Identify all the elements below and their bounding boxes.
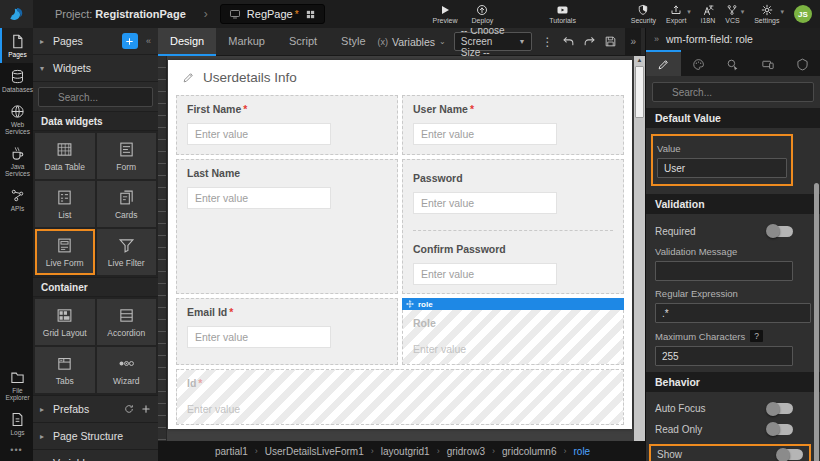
tab-events[interactable]: [716, 50, 751, 76]
password-input[interactable]: [413, 192, 557, 214]
inspector-scrollbar[interactable]: [814, 183, 819, 461]
widget-tile-grid-layout[interactable]: Grid Layout: [35, 299, 95, 345]
widget-tile-tabs[interactable]: Tabs: [35, 347, 95, 393]
last-name-input[interactable]: [187, 187, 331, 209]
field-id-hidden[interactable]: Id* Enter value: [176, 369, 624, 425]
selection-bar[interactable]: role: [402, 298, 624, 310]
inspector-search-input[interactable]: [672, 87, 808, 98]
export-button[interactable]: Export: [666, 4, 686, 24]
preview-button[interactable]: Preview: [433, 4, 458, 24]
settings-button[interactable]: Settings: [754, 4, 779, 24]
breadcrumb-layoutgrid1[interactable]: layoutgrid1: [381, 446, 430, 457]
collapse-panel-icon[interactable]: «: [146, 36, 151, 46]
widget-search-input[interactable]: [58, 92, 147, 103]
rail-item-logs[interactable]: Logs: [0, 406, 33, 441]
auto-focus-toggle[interactable]: [768, 403, 793, 414]
required-toggle[interactable]: [768, 226, 793, 237]
widgets-section-header[interactable]: ▾ Widgets: [33, 55, 158, 82]
breadcrumb-partial1[interactable]: partial1: [215, 446, 248, 457]
widget-tile-live-form[interactable]: Live Form: [35, 229, 95, 275]
field-user-name[interactable]: User Name*: [402, 95, 624, 155]
rail-item-databases[interactable]: Databases: [0, 63, 33, 98]
variables-section-header[interactable]: ▸ Variables: [33, 449, 158, 461]
plus-icon[interactable]: [141, 404, 151, 414]
variables-dropdown[interactable]: (x)Variables⌄: [378, 36, 446, 48]
widget-tile-wizard[interactable]: Wizard: [97, 347, 157, 393]
tab-security[interactable]: [785, 50, 820, 76]
pages-section-header[interactable]: ▸ Pages «: [33, 28, 158, 55]
field-confirm-password[interactable]: Confirm Password: [413, 230, 613, 293]
maximum-characters-input[interactable]: [655, 346, 793, 366]
tab-devices[interactable]: [750, 50, 785, 76]
confirm-password-input[interactable]: [413, 263, 557, 285]
read-only-toggle[interactable]: [768, 424, 793, 435]
add-page-button[interactable]: [122, 33, 138, 49]
rail-item-web-services[interactable]: Web Services: [0, 98, 33, 140]
help-icon[interactable]: ?: [750, 330, 763, 342]
security-button[interactable]: Security: [631, 4, 656, 24]
export-caret-icon[interactable]: ▾: [687, 8, 691, 16]
widget-tile-accordion[interactable]: Accordion: [97, 299, 157, 345]
pages-grid-icon[interactable]: [305, 9, 316, 20]
widget-tile-list[interactable]: List: [35, 181, 95, 227]
expand-panel-icon[interactable]: »: [625, 28, 641, 56]
validation-message-input[interactable]: [655, 261, 793, 281]
canvas-scrollbar[interactable]: ▲: [634, 56, 645, 441]
save-page-button[interactable]: [604, 35, 617, 48]
i18n-button[interactable]: i18N: [701, 4, 715, 24]
deploy-button[interactable]: Deploy: [472, 4, 494, 24]
tab-markup[interactable]: Markup: [216, 28, 277, 56]
user-name-input[interactable]: [413, 123, 557, 145]
field-first-name[interactable]: First Name*: [176, 95, 398, 155]
tab-properties[interactable]: [646, 50, 681, 76]
field-role-hidden[interactable]: Role Enter value: [402, 310, 624, 365]
vcs-button[interactable]: VCS: [725, 4, 739, 24]
value-input[interactable]: [657, 158, 787, 178]
collapse-inspector-icon[interactable]: »: [654, 34, 659, 44]
show-toggle[interactable]: [778, 449, 803, 460]
bind-icon[interactable]: [799, 225, 811, 237]
rail-item-java-services[interactable]: Java Services: [0, 140, 33, 182]
user-avatar[interactable]: JS: [794, 5, 812, 23]
vcs-caret-icon[interactable]: ▾: [741, 8, 745, 16]
wavemaker-logo[interactable]: [0, 0, 33, 28]
tutorials-button[interactable]: Tutorials: [549, 4, 576, 24]
scroll-handle[interactable]: [635, 66, 644, 118]
settings-caret-icon[interactable]: ▾: [780, 8, 784, 16]
tab-design[interactable]: Design: [158, 28, 216, 56]
page-structure-section-header[interactable]: ▸ Page Structure: [33, 422, 158, 449]
screen-size-select[interactable]: -- Choose Screen Size --▼: [454, 32, 533, 51]
breadcrumb-gridrow3[interactable]: gridrow3: [447, 446, 485, 457]
undo-button[interactable]: [562, 35, 575, 48]
field-password[interactable]: Password: [413, 160, 613, 218]
tab-script[interactable]: Script: [277, 28, 329, 56]
redo-button[interactable]: [583, 35, 596, 48]
bind-icon[interactable]: [799, 170, 811, 182]
bind-icon[interactable]: [799, 423, 811, 435]
refresh-icon[interactable]: [124, 404, 134, 414]
scroll-up-icon[interactable]: ▲: [634, 57, 645, 63]
rail-item-pages[interactable]: Pages: [0, 28, 33, 63]
widget-tile-live-filter[interactable]: Live Filter: [97, 229, 157, 275]
rail-item-apis[interactable]: APIs: [0, 182, 33, 217]
tab-styles[interactable]: [681, 50, 716, 76]
regular-expression-input[interactable]: [655, 303, 811, 323]
prefabs-section-header[interactable]: ▸ Prefabs: [33, 395, 158, 422]
widget-tile-data-table[interactable]: Data Table: [35, 133, 95, 179]
field-email[interactable]: Email Id*: [176, 298, 398, 365]
bind-icon[interactable]: [799, 265, 811, 277]
bind-icon[interactable]: [799, 350, 811, 362]
breadcrumb-gridcolumn6[interactable]: gridcolumn6: [502, 446, 556, 457]
field-last-name[interactable]: Last Name: [176, 159, 398, 294]
email-input[interactable]: [187, 326, 331, 348]
breadcrumb-userdetailsliveform1[interactable]: UserDetailsLiveForm1: [265, 446, 364, 457]
rail-item-file-explorer[interactable]: File Explorer: [0, 364, 33, 406]
widget-tile-form[interactable]: Form: [97, 133, 157, 179]
breadcrumb-role-current[interactable]: role: [574, 446, 591, 457]
rail-overflow-icon[interactable]: •••: [0, 441, 33, 461]
tab-style[interactable]: Style: [329, 28, 377, 56]
widget-tile-cards[interactable]: Cards: [97, 181, 157, 227]
first-name-input[interactable]: [187, 123, 331, 145]
page-tab[interactable]: RegPage *: [220, 4, 325, 24]
more-options-icon[interactable]: ⋮: [540, 35, 554, 49]
